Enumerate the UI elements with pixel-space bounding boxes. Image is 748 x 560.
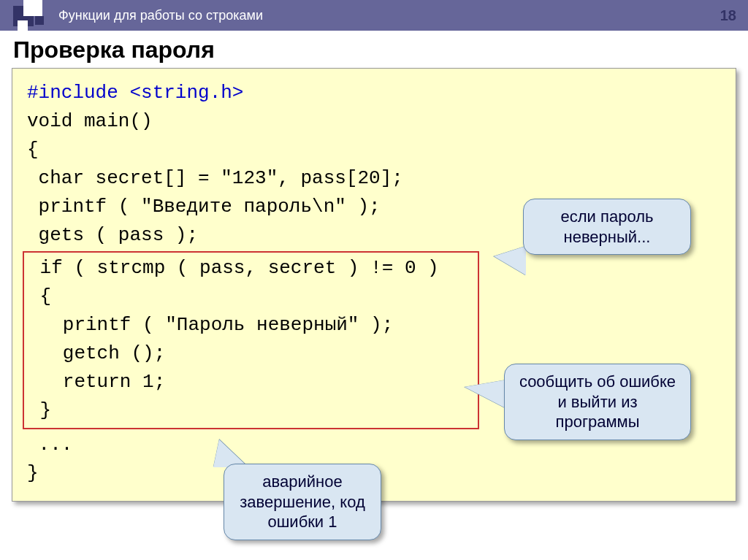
slide-logo-icon xyxy=(13,0,48,35)
page-number: 18 xyxy=(720,7,736,24)
code-line: void main() xyxy=(27,107,721,136)
callout-wrong-password: если пароль неверный... xyxy=(523,199,691,255)
highlighted-code-block: if ( strcmp ( pass, secret ) != 0 ) { pr… xyxy=(23,251,479,429)
code-line: printf ( "Пароль неверный" ); xyxy=(28,311,473,340)
code-line: getch (); xyxy=(28,340,473,368)
code-include-header: <string.h> xyxy=(129,82,243,104)
breadcrumb: Функции для работы со строками xyxy=(58,8,263,23)
callout-report-error: сообщить об ошибке и выйти из программы xyxy=(504,364,691,440)
page-title: Проверка пароля xyxy=(13,37,748,64)
code-include-keyword: #include xyxy=(27,82,129,104)
callout-tail-icon xyxy=(465,380,507,409)
callout-abort-code: аварийное завершение, код ошибки 1 xyxy=(224,464,381,540)
code-line: return 1; xyxy=(28,368,473,396)
code-line: { xyxy=(27,136,721,164)
callout-tail-icon xyxy=(494,246,526,275)
header-bar: Функции для работы со строками xyxy=(0,0,748,31)
code-line: { xyxy=(28,283,473,311)
code-line: char secret[] = "123", pass[20]; xyxy=(27,164,721,193)
code-line: } xyxy=(28,396,473,425)
code-line: if ( strcmp ( pass, secret ) != 0 ) xyxy=(28,254,473,283)
